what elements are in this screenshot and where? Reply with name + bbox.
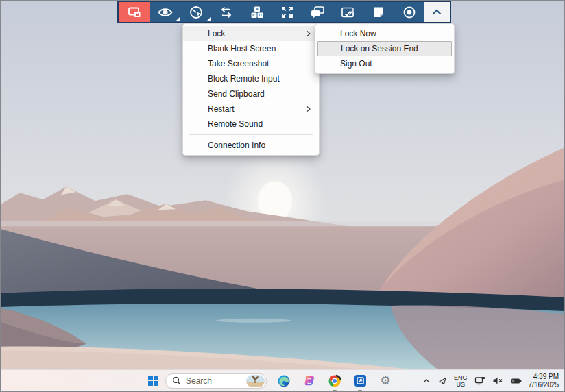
remote-desktop-screen: A C D xyxy=(0,0,565,392)
edge-app-button[interactable] xyxy=(276,373,292,389)
menu-item-connection-info[interactable]: Connection Info xyxy=(183,138,319,153)
battery-icon xyxy=(510,377,522,385)
fullscreen-button[interactable] xyxy=(272,2,302,22)
tray-volume-muted[interactable] xyxy=(492,376,503,385)
edge-icon xyxy=(277,374,291,388)
search-icon xyxy=(172,376,181,385)
settings-gear-icon: ⚙ xyxy=(380,375,390,387)
tray-cursor-app[interactable] xyxy=(437,376,447,386)
fullscreen-icon xyxy=(280,5,295,20)
menu-item-label: Blank Host Screen xyxy=(208,41,312,56)
keyboard-language-button[interactable]: A C D xyxy=(241,2,272,22)
record-button[interactable] xyxy=(394,2,424,22)
network-monitor-icon xyxy=(474,376,485,386)
remote-app-button[interactable] xyxy=(352,373,368,389)
windows-logo-icon xyxy=(154,381,158,386)
copilot-icon xyxy=(302,374,316,388)
submenu-arrow-icon xyxy=(305,106,312,112)
copilot-app-button[interactable] xyxy=(301,373,317,389)
performance-button[interactable] xyxy=(180,2,211,22)
chat-button[interactable] xyxy=(302,2,333,22)
collapse-toolbar-button[interactable] xyxy=(424,2,450,22)
annotation-icon xyxy=(340,5,357,20)
chevron-up-icon xyxy=(422,377,431,385)
start-button[interactable] xyxy=(148,376,158,386)
tray-network-indicator[interactable] xyxy=(474,376,485,386)
tray-language-indicator[interactable]: ENG US xyxy=(454,374,468,388)
paper-plane-icon xyxy=(437,376,447,386)
keyboard-language-icon: A C D xyxy=(250,5,265,20)
clock-date: 7/16/2025 xyxy=(529,381,560,389)
menu-item-label: Block Remote Input xyxy=(208,71,312,86)
session-options-menu: Lock Blank Host Screen Take Screenshot B… xyxy=(182,23,320,156)
svg-text:A: A xyxy=(255,7,259,11)
menu-item-label: Send Clipboard xyxy=(208,86,312,101)
menu-divider xyxy=(189,134,313,135)
sticky-note-button[interactable] xyxy=(363,2,394,22)
taskbar-search-box[interactable]: Search xyxy=(165,373,267,389)
menu-item-blank-host-screen[interactable]: Blank Host Screen xyxy=(183,41,319,56)
chrome-app-button[interactable] xyxy=(326,373,343,389)
performance-icon xyxy=(189,5,204,20)
chat-icon xyxy=(309,5,326,20)
windows-logo-icon xyxy=(154,376,158,380)
settings-app-button[interactable]: ⚙ xyxy=(377,373,394,389)
taskbar-app-icons: ⚙ xyxy=(276,373,394,389)
menu-item-label: Connection Info xyxy=(208,138,312,153)
remote-app-icon xyxy=(354,374,367,387)
menu-item-label: Remote Sound xyxy=(208,117,312,132)
tray-battery-indicator[interactable] xyxy=(510,377,522,385)
clock-time: 4:39 PM xyxy=(529,373,560,381)
disconnect-session-icon xyxy=(127,5,142,20)
menu-item-lock-on-session-end[interactable]: Lock on Session End xyxy=(317,41,452,56)
running-indicator xyxy=(333,390,337,391)
file-transfer-button[interactable] xyxy=(211,2,241,22)
menu-item-label: Restart xyxy=(208,101,305,117)
menu-item-label: Take Screenshot xyxy=(208,56,312,71)
language-line2: US xyxy=(454,381,468,388)
menu-item-lock-now[interactable]: Lock Now xyxy=(315,26,454,41)
collapse-toolbar-icon xyxy=(430,5,444,19)
view-options-button[interactable] xyxy=(150,2,180,22)
windows-taskbar: Search xyxy=(1,369,564,391)
menu-item-label: Lock xyxy=(208,26,305,41)
speaker-muted-icon xyxy=(492,376,503,385)
menu-item-remote-sound[interactable]: Remote Sound xyxy=(183,117,319,132)
dropdown-caret-icon xyxy=(176,17,180,21)
lock-submenu: Lock Now Lock on Session End Sign Out xyxy=(315,23,455,74)
svg-text:D: D xyxy=(259,13,262,17)
running-indicator xyxy=(358,390,362,391)
remote-session-toolbar: A C D xyxy=(117,1,451,23)
submenu-arrow-icon xyxy=(305,30,312,37)
annotation-button[interactable] xyxy=(333,2,363,22)
menu-item-label: Lock on Session End xyxy=(341,42,444,56)
file-transfer-icon xyxy=(219,5,234,20)
menu-item-send-clipboard[interactable]: Send Clipboard xyxy=(183,86,319,101)
language-line1: ENG xyxy=(454,374,468,381)
search-placeholder: Search xyxy=(186,376,246,386)
system-tray: ENG US xyxy=(422,370,564,391)
tray-clock[interactable]: 4:39 PM 7/16/2025 xyxy=(529,373,560,389)
windows-logo-icon xyxy=(148,376,153,380)
dropdown-caret-icon xyxy=(206,17,211,21)
tray-show-hidden-icons[interactable] xyxy=(422,377,431,385)
menu-item-label: Sign Out xyxy=(340,56,447,71)
search-highlight-thumbnail xyxy=(246,375,265,387)
menu-item-label: Lock Now xyxy=(340,26,447,41)
menu-item-block-remote-input[interactable]: Block Remote Input xyxy=(183,71,319,86)
windows-logo-icon xyxy=(148,381,153,386)
menu-item-lock[interactable]: Lock xyxy=(183,26,319,41)
svg-text:C: C xyxy=(252,13,256,17)
menu-item-sign-out[interactable]: Sign Out xyxy=(315,56,454,71)
chrome-icon xyxy=(328,374,341,388)
menu-item-take-screenshot[interactable]: Take Screenshot xyxy=(183,56,319,71)
disconnect-button[interactable] xyxy=(119,2,150,22)
view-options-icon xyxy=(157,5,173,20)
record-icon xyxy=(402,5,417,20)
sticky-note-icon xyxy=(371,5,386,20)
menu-item-restart[interactable]: Restart xyxy=(183,101,319,117)
